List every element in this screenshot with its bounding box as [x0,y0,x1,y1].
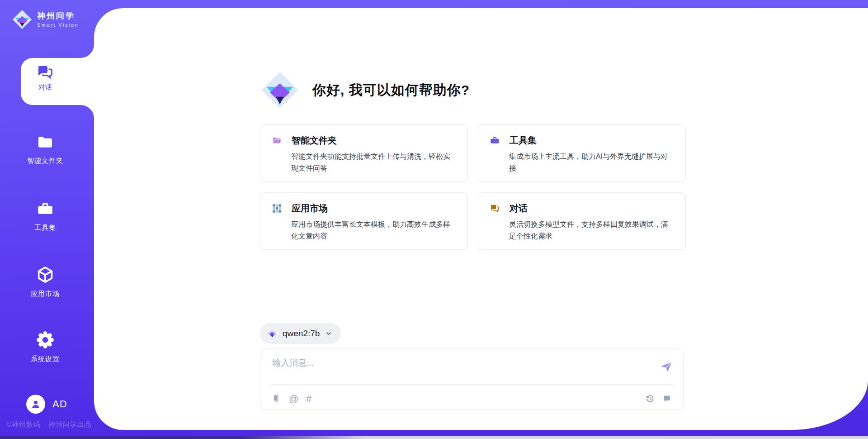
card-description: 应用市场提供丰富长文本模板，助力高效生成多样化文章内容 [291,219,450,242]
card-chat[interactable]: 对话 灵活切换多模型文件，支持多样回复效果调试，满足个性化需求 [478,192,686,250]
cube-icon [36,265,55,284]
card-app-market[interactable]: 应用市场 应用市场提供丰富长文本模板，助力高效生成多样化文章内容 [260,192,468,250]
folder-icon [36,133,54,151]
toolbox-icon: .card-toolclasp{fill:#fff} [490,135,500,146]
card-title: 对话 [509,202,528,215]
sidebar-item-app-market[interactable]: 应用市场 [14,265,77,298]
sidebar-footer: ©神州数码 · 神州问学出品 [6,420,91,429]
grid-cube-icon [272,203,282,214]
message-composer: @ # [260,348,684,410]
card-title: 工具集 [509,134,537,147]
tab-fillet-bottom [80,105,94,119]
brand-logo: 神州问学 Smart Vision [12,9,79,30]
send-icon[interactable] [660,360,673,373]
user-profile[interactable]: AD [26,395,67,414]
sidebar-item-label: 系统设置 [14,355,77,363]
chat-icon [490,203,500,214]
tab-fillet-top [80,44,94,58]
window-bottom-edge [0,436,868,439]
chat-icon [36,63,54,81]
card-description: 集成市场上主流工具，助力AI与外界无缝扩展与对接 [509,151,668,174]
toolbox-icon: .nav-toolbox .clasp{fill:#6050f0} [36,200,54,218]
brand-diamond-icon [260,70,300,110]
paperclip-icon[interactable] [271,394,281,404]
message-input[interactable] [271,356,648,382]
brand-diamond-icon [12,9,33,30]
sidebar-item-settings[interactable]: 系统设置 [14,330,77,363]
app-window: 神州问学 Smart Vision 对话 智能文件夹 .nav-toolbox … [0,0,868,439]
history-icon[interactable] [645,394,655,404]
card-title: 智能文件夹 [292,134,337,147]
user-name: AD [52,398,67,410]
chevron-down-icon [325,329,333,338]
brand-name: 神州问学 [37,11,79,21]
card-description: 智能文件夹功能支持批量文件上传与清洗，轻松实现文件问答 [291,151,450,174]
user-avatar-icon [30,398,42,410]
brand-diamond-icon [267,328,278,339]
brand-subtitle: Smart Vision [37,22,79,28]
feature-cards: 智能文件夹 智能文件夹功能支持批量文件上传与清洗，轻松实现文件问答 .card-… [260,124,686,250]
main-panel: 你好, 我可以如何帮助你? 智能文件夹 智能文件夹功能支持批量文件上传与清洗，轻… [94,8,868,430]
sidebar-item-label: 工具集 [14,224,77,232]
avatar [26,395,45,414]
card-toolset[interactable]: .card-toolclasp{fill:#fff} 工具集 集成市场上主流工具… [478,124,686,182]
sidebar-item-label: 应用市场 [14,290,77,298]
model-selector[interactable]: qwen2:7b [260,323,341,344]
sidebar-item-smart-folder[interactable]: 智能文件夹 [14,133,77,165]
greeting-title: 你好, 我可以如何帮助你? [312,81,470,100]
sidebar-item-label: 对话 [31,83,60,92]
card-smart-folder[interactable]: 智能文件夹 智能文件夹功能支持批量文件上传与清洗，轻松实现文件问答 [260,124,468,182]
model-name: qwen2:7b [283,329,320,339]
gear-icon [36,330,55,349]
sidebar-item-chat[interactable]: 对话 [21,58,94,105]
chat-bubble-icon[interactable] [662,394,672,404]
card-title: 应用市场 [292,202,328,215]
card-description: 灵活切换多模型文件，支持多样回复效果调试，满足个性化需求 [509,219,668,242]
sidebar-item-label: 智能文件夹 [14,157,77,165]
at-icon[interactable]: @ [289,394,298,404]
greeting-block: 你好, 我可以如何帮助你? [260,70,470,110]
sidebar-item-toolset[interactable]: .nav-toolbox .clasp{fill:#6050f0} 工具集 [14,200,77,232]
hash-icon[interactable]: # [306,394,311,404]
folder-open-icon [272,135,282,146]
composer-divider [270,384,674,385]
